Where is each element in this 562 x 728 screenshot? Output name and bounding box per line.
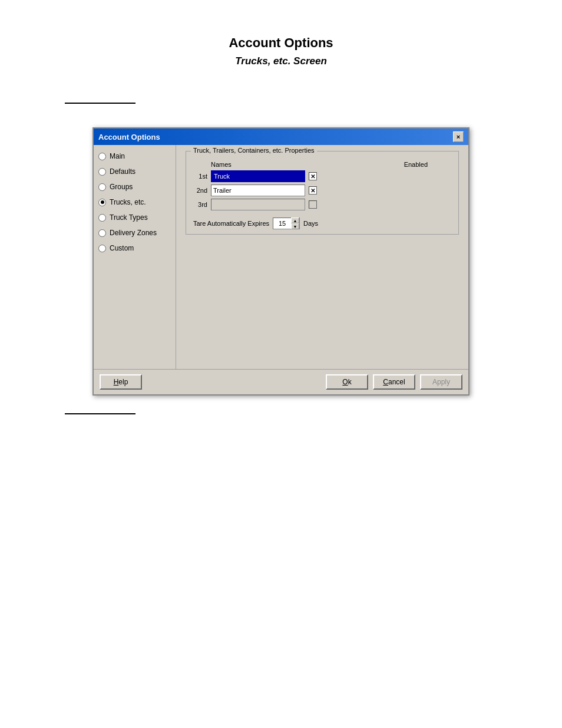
radio-truck-types[interactable] bbox=[98, 214, 106, 222]
nav-sidebar: Main Defaults Groups Trucks, etc. Truck … bbox=[94, 145, 176, 369]
enabled-checkbox-3[interactable] bbox=[309, 200, 317, 209]
cancel-button[interactable]: Cancel bbox=[373, 374, 415, 390]
dialog-body: Main Defaults Groups Trucks, etc. Truck … bbox=[94, 145, 468, 369]
name-input-1[interactable] bbox=[211, 170, 305, 182]
help-button[interactable]: Help bbox=[100, 374, 142, 390]
sidebar-item-custom[interactable]: Custom bbox=[98, 243, 171, 253]
row-label-2: 2nd bbox=[193, 187, 207, 194]
radio-groups[interactable] bbox=[98, 183, 106, 191]
names-table: Names Enabled 1st 2nd bbox=[193, 161, 451, 210]
names-column-header: Names bbox=[211, 161, 232, 168]
section-label: Truck, Trailers, Containers, etc. Proper… bbox=[191, 147, 317, 154]
row-label-3: 3rd bbox=[193, 201, 207, 208]
tare-label: Tare Automatically Expires bbox=[193, 220, 269, 227]
radio-custom[interactable] bbox=[98, 245, 106, 252]
names-header: Names Enabled bbox=[193, 161, 451, 168]
sidebar-item-defaults[interactable]: Defaults bbox=[98, 166, 171, 177]
enabled-checkbox-2[interactable] bbox=[309, 186, 317, 195]
sidebar-item-main[interactable]: Main bbox=[98, 151, 171, 162]
tare-value-input[interactable] bbox=[273, 218, 291, 229]
account-options-dialog: Account Options × Main Defaults Groups bbox=[92, 127, 470, 396]
sidebar-item-trucks[interactable]: Trucks, etc. bbox=[98, 197, 171, 207]
name-input-3[interactable] bbox=[211, 199, 305, 210]
tare-spinner[interactable]: ▲ ▼ bbox=[273, 218, 300, 229]
content-area: Truck, Trailers, Containers, etc. Proper… bbox=[176, 145, 468, 369]
page-title: Account Options bbox=[229, 35, 333, 51]
enabled-checkbox-1[interactable] bbox=[309, 172, 317, 180]
name-row-3: 3rd bbox=[193, 199, 451, 210]
dialog-footer: Help Ok Cancel Apply bbox=[94, 369, 468, 394]
ok-button[interactable]: Ok bbox=[326, 374, 368, 390]
enabled-column-header: Enabled bbox=[404, 161, 428, 168]
divider-top bbox=[65, 103, 135, 104]
row-label-1: 1st bbox=[193, 173, 207, 180]
radio-delivery-zones[interactable] bbox=[98, 229, 106, 237]
radio-defaults[interactable] bbox=[98, 168, 106, 176]
name-row-2: 2nd bbox=[193, 185, 451, 196]
name-input-2[interactable] bbox=[211, 185, 305, 196]
radio-trucks[interactable] bbox=[98, 199, 106, 206]
spinner-buttons: ▲ ▼ bbox=[291, 218, 299, 229]
divider-bottom bbox=[65, 413, 135, 414]
apply-button[interactable]: Apply bbox=[420, 374, 462, 390]
sidebar-item-delivery-zones[interactable]: Delivery Zones bbox=[98, 228, 171, 238]
sidebar-item-truck-types[interactable]: Truck Types bbox=[98, 212, 171, 223]
sidebar-item-groups[interactable]: Groups bbox=[98, 182, 171, 192]
spinner-down-button[interactable]: ▼ bbox=[291, 223, 299, 229]
page-subtitle: Trucks, etc. Screen bbox=[235, 55, 327, 67]
dialog-titlebar: Account Options × bbox=[94, 129, 468, 145]
days-label: Days bbox=[303, 220, 318, 227]
radio-main[interactable] bbox=[98, 153, 106, 160]
tare-row: Tare Automatically Expires ▲ ▼ Days bbox=[193, 218, 451, 229]
dialog-title: Account Options bbox=[98, 133, 160, 141]
close-button[interactable]: × bbox=[453, 131, 464, 142]
properties-group: Truck, Trailers, Containers, etc. Proper… bbox=[186, 151, 459, 235]
name-row-1: 1st bbox=[193, 170, 451, 182]
spinner-up-button[interactable]: ▲ bbox=[291, 218, 299, 223]
